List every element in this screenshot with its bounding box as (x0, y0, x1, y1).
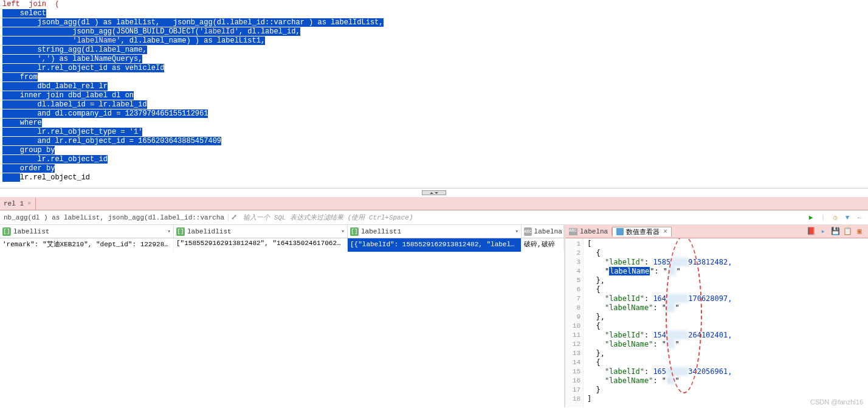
cell-labellist1[interactable]: [{"labelId": 1585529162913812482, "label… (348, 238, 522, 252)
watermark: CSDN @fanzhi16 (810, 398, 863, 406)
chevron-down-icon[interactable]: ▾ (168, 228, 171, 235)
sql-editor[interactable]: left join ( select jsonb_agg(dl ) as lab… (0, 0, 868, 188)
result-tabs-bar: rel 1 × (0, 197, 868, 210)
sql-summary: nb_agg(dl ) as labelList, jsonb_agg(dl.l… (0, 214, 229, 221)
tab-value-viewer[interactable]: 数值查看器 × (612, 227, 672, 237)
cell-labellist[interactable]: 'remark": "艾迪XEB210", "dept_id": 1229281… (0, 238, 174, 252)
cell-labelname[interactable]: 破碎,破碎 (522, 238, 564, 252)
divider-icon: | (818, 213, 828, 223)
value-column-label: ABC labelna (565, 228, 612, 235)
splitter-handle-icon[interactable] (422, 190, 446, 195)
table-row[interactable]: 'remark": "艾迪XEB210", "dept_id": 1229281… (0, 238, 564, 252)
results-grid[interactable]: [] labellist ▾ [] labelidlist ▾ [] label… (0, 225, 565, 407)
pane-splitter[interactable] (0, 188, 868, 197)
line-numbers: 123456789101112131415161718 (565, 238, 584, 407)
tab-label: rel 1 (4, 200, 24, 207)
book-icon[interactable]: 📕 (806, 227, 816, 237)
value-viewer-header: ABC labelna 数值查看器 × 📕 ▸ 💾 📋 ▣ (565, 225, 868, 238)
expand-icon[interactable]: ⤢ (229, 213, 239, 222)
filter-bar: nb_agg(dl ) as labelList, jsonb_agg(dl.l… (0, 210, 868, 225)
filter-input[interactable]: 输入一个 SQL 表达式来过滤结果 (使用 Ctrl+Space) (239, 213, 802, 222)
execute-icon[interactable]: ▶ (806, 213, 816, 223)
text-icon: ABC (569, 228, 577, 235)
grid-headers: [] labellist ▾ [] labelidlist ▾ [] label… (0, 225, 564, 238)
history-icon[interactable]: ◷ (830, 213, 840, 223)
save-icon[interactable]: 💾 (830, 227, 840, 237)
chevron-down-icon[interactable]: ▾ (342, 228, 345, 235)
tab-rel1[interactable]: rel 1 × (0, 198, 36, 210)
array-icon: [] (2, 227, 11, 236)
json-viewer[interactable]: 123456789101112131415161718 [ { "labelId… (565, 238, 868, 407)
col-labellist1[interactable]: [] labellist1 ▾ (348, 225, 522, 238)
close-icon[interactable]: × (663, 228, 667, 235)
value-viewer-pane: ABC labelna 数值查看器 × 📕 ▸ 💾 📋 ▣ 1234567891… (565, 225, 868, 407)
close-icon[interactable]: × (27, 200, 32, 207)
col-labellist[interactable]: [] labellist ▾ (0, 225, 174, 238)
value-viewer-toolbar: 📕 ▸ 💾 📋 ▣ (802, 227, 868, 237)
text-icon: ABC (524, 227, 532, 236)
back-icon[interactable]: ← (855, 213, 864, 223)
sql-selection: select jsonb_agg(dl ) as labelList, json… (2, 9, 384, 182)
array-icon: [] (176, 227, 185, 236)
viewer-icon (616, 228, 624, 235)
nav-icon[interactable]: ▸ (818, 227, 828, 237)
filter-toolbar: ▶ | ◷ ▼ ← (802, 213, 868, 223)
export-icon[interactable]: ▣ (855, 227, 864, 237)
col-labelname[interactable]: ABC labelna (522, 225, 564, 238)
filter-icon[interactable]: ▼ (842, 213, 852, 223)
col-labelidlist[interactable]: [] labelidlist ▾ (174, 225, 348, 238)
copy-icon[interactable]: 📋 (842, 227, 852, 237)
results-row: [] labellist ▾ [] labelidlist ▾ [] label… (0, 225, 868, 407)
array-icon: [] (350, 227, 359, 236)
json-content: [ { "labelId": 1585░░░░913812482, "label… (584, 238, 868, 407)
cell-labelidlist[interactable]: ["1585529162913812482", "164135024617062… (174, 238, 348, 252)
chevron-down-icon[interactable]: ▾ (515, 228, 518, 235)
sql-line-0: left join ( (2, 0, 60, 9)
